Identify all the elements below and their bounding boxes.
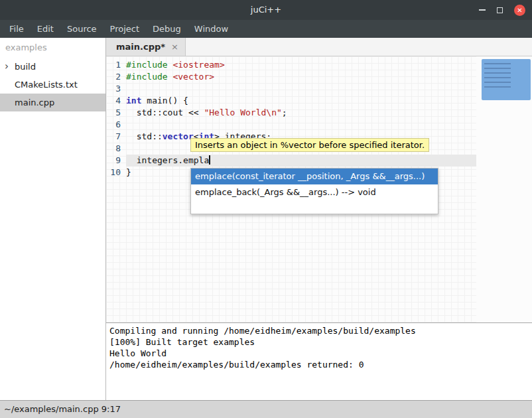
completion-popup: emplace(const_iterator __position, _Args…: [190, 168, 438, 214]
menu-bar: FileEditSourceProjectDebugWindow: [0, 20, 532, 38]
line-number: 1: [106, 59, 126, 71]
code-line: 1#include <iostream>: [106, 59, 476, 71]
code-line: 5 std::cout << "Hello World\n";: [106, 107, 476, 119]
menu-item-project[interactable]: Project: [103, 20, 146, 38]
code-text[interactable]: #include <iostream>: [126, 59, 476, 71]
file-tree: ›buildCMakeLists.txtmain.cpp: [0, 58, 105, 111]
title-bar: juCi++ ✕: [0, 0, 532, 20]
menu-item-file[interactable]: File: [3, 20, 31, 38]
window-controls: ✕: [479, 0, 525, 20]
line-number: 9: [106, 155, 126, 167]
completion-item[interactable]: emplace(const_iterator __position, _Args…: [191, 169, 438, 184]
terminal-line: [100%] Built target examples: [109, 336, 532, 348]
tree-item-main-cpp[interactable]: main.cpp: [0, 94, 105, 111]
tree-item-label: CMakeLists.txt: [15, 80, 78, 90]
minimize-icon[interactable]: [479, 9, 486, 11]
code-text[interactable]: [126, 83, 476, 95]
line-number: 3: [106, 83, 126, 95]
completion-item[interactable]: emplace_back(_Args &&__args...) --> void: [191, 184, 438, 200]
line-number: 5: [106, 107, 126, 119]
menu-item-edit[interactable]: Edit: [31, 20, 60, 38]
code-line: 4int main() {: [106, 95, 476, 107]
code-line: 9 integers.empla: [106, 155, 476, 167]
chevron-right-icon: ›: [5, 58, 9, 75]
code-text[interactable]: integers.empla: [126, 155, 476, 167]
code-line: 6: [106, 119, 476, 131]
close-icon[interactable]: ×: [171, 42, 178, 52]
minimap[interactable]: [476, 56, 532, 322]
project-name: examples: [0, 38, 105, 58]
terminal-line: Hello World: [109, 348, 532, 359]
terminal-line: /home/eidheim/examples/build/examples re…: [109, 359, 532, 370]
code-line: 3: [106, 83, 476, 95]
window-title: juCi++: [0, 0, 532, 20]
line-number: 10: [106, 167, 126, 178]
maximize-icon[interactable]: [497, 7, 503, 13]
close-icon[interactable]: ✕: [514, 5, 525, 16]
tree-item-label: main.cpp: [15, 98, 54, 107]
tab-bar: main.cpp*×: [106, 38, 532, 56]
menu-item-debug[interactable]: Debug: [146, 20, 188, 38]
line-number: 2: [106, 71, 126, 83]
menu-item-window[interactable]: Window: [188, 20, 235, 38]
status-bar: ~/examples/main.cpp 9:17: [0, 400, 532, 418]
terminal-line: Compiling and running /home/eidheim/exam…: [109, 325, 532, 336]
line-number: 8: [106, 143, 126, 155]
doc-tooltip: Inserts an object in %vector before spec…: [190, 138, 429, 152]
juci-window: juCi++ ✕ FileEditSourceProjectDebugWindo…: [0, 0, 532, 418]
tree-item-label: build: [15, 62, 36, 72]
code-line: 2#include <vector>: [106, 71, 476, 83]
minimap-slider[interactable]: [482, 59, 531, 100]
menu-item-source[interactable]: Source: [60, 20, 103, 38]
tab-main-cpp[interactable]: main.cpp*×: [106, 38, 186, 56]
tree-item-build[interactable]: ›build: [0, 58, 105, 76]
tree-item-cmakelists-txt[interactable]: CMakeLists.txt: [0, 76, 105, 94]
minimap-code-marks: [484, 63, 511, 88]
line-number: 7: [106, 131, 126, 143]
terminal-output[interactable]: Compiling and running /home/eidheim/exam…: [106, 322, 532, 400]
code-text[interactable]: int main() {: [126, 95, 476, 107]
status-text: ~/examples/main.cpp 9:17: [4, 404, 121, 414]
tab-label: main.cpp*: [116, 42, 165, 52]
sidebar: examples ›buildCMakeLists.txtmain.cpp: [0, 38, 106, 400]
line-number: 4: [106, 95, 126, 107]
code-text[interactable]: std::cout << "Hello World\n";: [126, 107, 476, 119]
line-number: 6: [106, 119, 126, 131]
code-text[interactable]: #include <vector>: [126, 71, 476, 83]
code-text[interactable]: [126, 119, 476, 131]
text-caret: [209, 155, 210, 165]
